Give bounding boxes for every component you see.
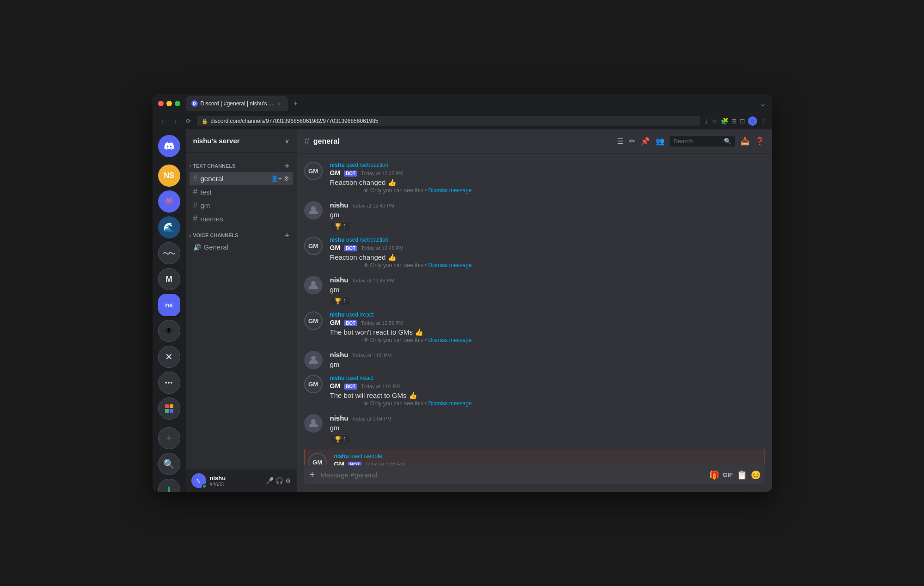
- server-icon-grid[interactable]: [158, 397, 180, 420]
- channel-hash-icon: #: [193, 187, 198, 197]
- headset-icon[interactable]: 🎧: [275, 477, 283, 484]
- system-line-3: 👁 Only you can see this • Dismiss messag…: [330, 262, 765, 270]
- back-button[interactable]: ‹: [158, 117, 167, 125]
- gift-icon[interactable]: 🎁: [709, 470, 719, 480]
- add-channel-button[interactable]: +: [285, 162, 289, 170]
- only-you-text-7: Only you can see this •: [370, 400, 428, 407]
- slash-user-7[interactable]: nishu: [330, 375, 345, 381]
- window-menu-icon[interactable]: ⌄: [759, 98, 766, 109]
- message-input[interactable]: [320, 465, 705, 484]
- svg-rect-3: [170, 409, 173, 413]
- slash-user-9[interactable]: nishu: [334, 453, 349, 459]
- minimize-button[interactable]: [166, 101, 172, 106]
- speaker-icon: 🔊: [193, 244, 201, 251]
- server-icon-x[interactable]: ✕: [158, 346, 180, 368]
- sticker-icon[interactable]: 📋: [737, 470, 747, 480]
- extensions-icon[interactable]: 🧩: [721, 117, 728, 125]
- edit-icon[interactable]: ✏: [629, 137, 635, 146]
- channel-name-test: test: [201, 188, 212, 196]
- attach-file-button[interactable]: +: [308, 466, 317, 484]
- message-header-3: GM BOT Today at 12:48 PM: [330, 244, 765, 251]
- dismiss-button-5[interactable]: Dismiss message: [428, 337, 471, 343]
- dismiss-button-1[interactable]: Dismiss message: [428, 187, 471, 194]
- message-author-8[interactable]: nishu: [330, 414, 349, 422]
- bookmark-icon[interactable]: ☆: [712, 117, 718, 125]
- add-voice-channel-button[interactable]: +: [285, 231, 289, 239]
- eye-icon-5: 👁: [363, 337, 370, 343]
- sidebar-icon[interactable]: ⊡: [740, 117, 745, 125]
- dismiss-button-3[interactable]: Dismiss message: [428, 262, 471, 269]
- message-content-3: nishu used /setreaction GM BOT Today at …: [330, 237, 765, 270]
- channel-list: › TEXT CHANNELS + # general 👤+ ⚙ # test: [186, 153, 297, 470]
- add-server-button[interactable]: +: [158, 427, 180, 449]
- message-content-7: nishu used /react GM BOT Today at 1:04 P…: [330, 375, 765, 409]
- server-header[interactable]: nishu's server ∨: [186, 129, 297, 153]
- server-icon-dots[interactable]: •••: [158, 372, 180, 394]
- slash-user-3[interactable]: nishu: [330, 237, 345, 243]
- pinned-messages-icon[interactable]: 📌: [641, 137, 650, 146]
- chat-channel-hash-icon: #: [304, 135, 310, 147]
- category-voice-channels[interactable]: › VOICE CHANNELS +: [186, 226, 297, 241]
- slash-used-text-9: used: [350, 453, 364, 459]
- server-icon-face[interactable]: 👾: [158, 190, 180, 213]
- gif-icon[interactable]: GIF: [723, 471, 733, 478]
- browser-menu-icon[interactable]: ⋮: [760, 117, 766, 125]
- slash-name-9: /setrole: [364, 453, 382, 459]
- message-author-4[interactable]: nishu: [330, 276, 349, 284]
- channel-item-gm[interactable]: # gm: [190, 199, 293, 212]
- message-content-5: nishu used /react GM BOT Today at 12:59 …: [330, 311, 765, 345]
- message-header-4: nishu Today at 12:48 PM: [330, 276, 765, 284]
- fullscreen-button[interactable]: [175, 101, 180, 106]
- search-bar[interactable]: Search 🔍: [670, 136, 735, 146]
- inbox-icon[interactable]: 📥: [740, 137, 750, 146]
- message-group-4: nishu Today at 12:48 PM gm 🏆 1: [297, 275, 772, 307]
- channel-item-voice-general[interactable]: 🔊 General: [190, 241, 293, 253]
- members-icon[interactable]: 👥: [655, 137, 665, 146]
- download-app-button[interactable]: ⬇: [158, 479, 180, 492]
- tab-close-button[interactable]: ×: [276, 100, 282, 107]
- browser-profile-icon[interactable]: 👤: [748, 116, 757, 126]
- help-icon[interactable]: ❓: [755, 137, 765, 146]
- new-tab-button[interactable]: +: [290, 98, 301, 110]
- download-icon[interactable]: ⤓: [704, 117, 709, 125]
- dismiss-button-7[interactable]: Dismiss message: [428, 400, 471, 407]
- message-author-6[interactable]: nishu: [330, 351, 349, 359]
- threads-icon[interactable]: ☰: [617, 137, 624, 146]
- svg-rect-1: [170, 404, 173, 408]
- discover-servers-button[interactable]: 🔍: [158, 453, 180, 475]
- active-tab[interactable]: D Discord | #general | nishu's ... ×: [186, 96, 288, 111]
- message-author-2[interactable]: nishu: [330, 201, 349, 209]
- discord-home-button[interactable]: [158, 135, 180, 157]
- channel-item-test[interactable]: # test: [190, 185, 293, 199]
- message-header-8: nishu Today at 1:04 PM: [330, 414, 765, 422]
- server-icon-eye[interactable]: 👁: [158, 320, 180, 342]
- forward-button[interactable]: ›: [171, 117, 180, 125]
- microphone-icon[interactable]: 🎤: [266, 477, 274, 484]
- reaction-badge-4[interactable]: 🏆 1: [330, 296, 351, 306]
- server-icon-wave[interactable]: 🌊: [158, 216, 180, 238]
- server-icon-squiggle[interactable]: [158, 242, 180, 264]
- message-group-1: GM nishu used /setreaction GM BOT Today …: [297, 161, 772, 196]
- emoji-icon[interactable]: 😊: [751, 470, 761, 480]
- server-icon-m[interactable]: M: [158, 268, 180, 290]
- category-text-channels[interactable]: › TEXT CHANNELS +: [186, 156, 297, 172]
- reaction-badge-8[interactable]: 🏆 1: [330, 434, 351, 444]
- settings-icon[interactable]: ⚙: [284, 175, 289, 182]
- discord-favicon: D: [191, 100, 198, 107]
- refresh-button[interactable]: ⟳: [184, 117, 193, 125]
- user-settings-icon[interactable]: ⚙: [285, 477, 291, 484]
- tab-grid-icon[interactable]: ⊞: [731, 117, 737, 125]
- message-time-3: Today at 12:48 PM: [361, 245, 404, 251]
- reaction-badge-2[interactable]: 🏆 1: [330, 221, 351, 231]
- slash-user-5[interactable]: nishu: [330, 311, 345, 318]
- channel-item-memes[interactable]: # memes: [190, 212, 293, 226]
- channel-item-general[interactable]: # general 👤+ ⚙: [190, 172, 293, 185]
- add-member-icon[interactable]: 👤+: [271, 175, 282, 182]
- bot-author-5: GM: [330, 319, 341, 326]
- message-content-2: nishu Today at 12:40 PM gm 🏆 1: [330, 201, 765, 231]
- slash-user-1[interactable]: nishu: [330, 162, 345, 168]
- url-bar[interactable]: 🔒 discord.com/channels/97703139685606198…: [197, 116, 700, 126]
- server-icon-ns-active[interactable]: ns: [158, 294, 180, 316]
- close-button[interactable]: [158, 101, 164, 106]
- server-icon-ns[interactable]: NS: [158, 165, 180, 187]
